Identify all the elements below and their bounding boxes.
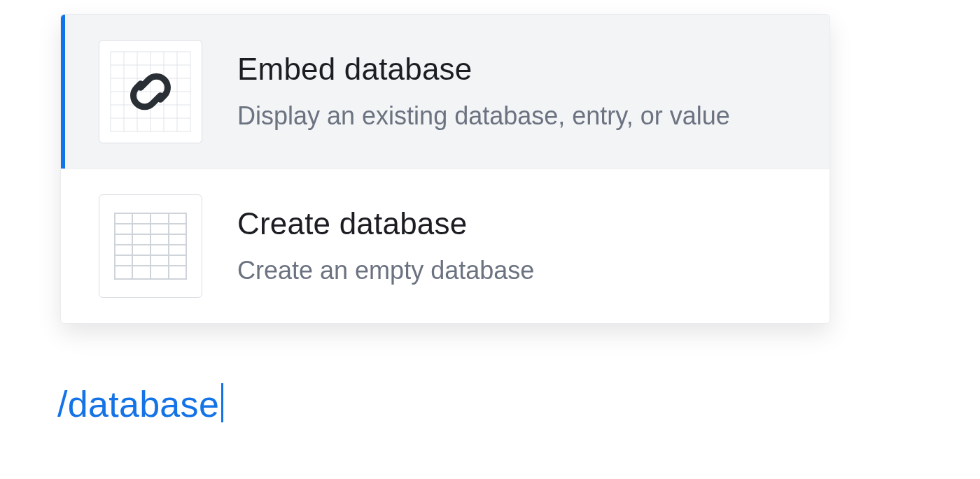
slash-command-menu: Embed database Display an existing datab… [60,14,830,324]
text-caret [221,383,223,422]
slash-command-value: /database [57,385,219,424]
menu-item-title: Create database [237,206,534,242]
menu-item-title: Embed database [237,52,730,87]
menu-item-create-database[interactable]: Create database Create an empty database [61,169,830,323]
table-grid-icon [99,194,202,298]
menu-item-description: Create an empty database [237,255,534,286]
menu-item-text: Create database Create an empty database [237,206,534,286]
menu-item-text: Embed database Display an existing datab… [237,52,730,131]
menu-item-description: Display an existing database, entry, or … [237,100,730,131]
menu-item-embed-database[interactable]: Embed database Display an existing datab… [61,15,830,169]
slash-command-input[interactable]: /database [57,378,223,424]
link-grid-icon [99,40,202,143]
